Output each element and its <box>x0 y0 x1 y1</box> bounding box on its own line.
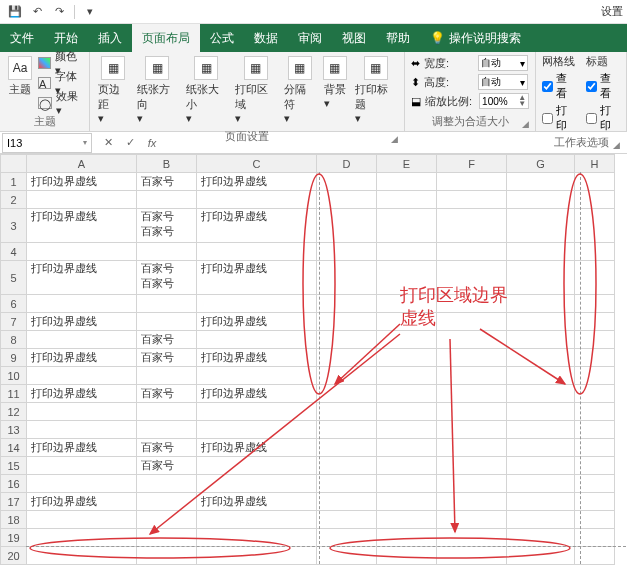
tell-me[interactable]: 💡 操作说明搜索 <box>420 24 531 52</box>
row-header[interactable]: 7 <box>1 313 27 331</box>
cell[interactable] <box>377 173 437 191</box>
cell[interactable]: 打印边界虚线 <box>197 313 317 331</box>
dialog-launcher-icon[interactable]: ◢ <box>613 140 620 150</box>
cell[interactable] <box>377 439 437 457</box>
cell[interactable] <box>317 547 377 565</box>
row-header[interactable]: 17 <box>1 493 27 511</box>
name-box[interactable]: I13▾ <box>2 133 92 153</box>
cell[interactable] <box>507 191 575 209</box>
tab-8[interactable]: 帮助 <box>376 24 420 52</box>
cell[interactable] <box>507 331 575 349</box>
cell[interactable]: 打印边界虚线 <box>197 349 317 367</box>
cell[interactable] <box>197 191 317 209</box>
cell[interactable] <box>377 493 437 511</box>
cell[interactable] <box>507 547 575 565</box>
cell[interactable]: 打印边界虚线 <box>27 261 137 295</box>
gridlines-print-checkbox[interactable]: 打印 <box>542 103 576 133</box>
cell[interactable]: 打印边界虚线 <box>197 261 317 295</box>
cell[interactable] <box>377 385 437 403</box>
cell[interactable] <box>137 493 197 511</box>
cell[interactable]: 打印边界虚线 <box>27 385 137 403</box>
cell[interactable] <box>317 529 377 547</box>
tab-4[interactable]: 公式 <box>200 24 244 52</box>
cell[interactable]: 打印边界虚线 <box>27 349 137 367</box>
cell[interactable] <box>27 475 137 493</box>
col-header[interactable]: F <box>437 155 507 173</box>
cell[interactable] <box>507 261 575 295</box>
width-field[interactable]: 自动▾ <box>478 55 528 71</box>
cell[interactable] <box>507 529 575 547</box>
cell[interactable] <box>377 209 437 243</box>
tab-6[interactable]: 审阅 <box>288 24 332 52</box>
printarea-button[interactable]: ▦打印区域▾ <box>233 54 278 127</box>
cell[interactable]: 百家号百家号 <box>137 261 197 295</box>
cell[interactable] <box>437 331 507 349</box>
row-header[interactable]: 15 <box>1 457 27 475</box>
effects-button[interactable]: ◯效果 ▾ <box>38 94 83 112</box>
row-header[interactable]: 12 <box>1 403 27 421</box>
cell[interactable] <box>27 191 137 209</box>
themes-button[interactable]: Aa 主题 <box>6 54 34 99</box>
cell[interactable] <box>437 457 507 475</box>
cell[interactable]: 百家号 <box>137 173 197 191</box>
undo-icon[interactable]: ↶ <box>28 3 46 21</box>
cell[interactable] <box>437 403 507 421</box>
cell[interactable]: 打印边界虚线 <box>27 209 137 243</box>
cell[interactable] <box>27 295 137 313</box>
row-header[interactable]: 20 <box>1 547 27 565</box>
row-header[interactable]: 18 <box>1 511 27 529</box>
cell[interactable]: 打印边界虚线 <box>197 173 317 191</box>
scale-field[interactable]: 100%▲▼ <box>479 93 529 109</box>
cell[interactable] <box>317 349 377 367</box>
cell[interactable] <box>197 421 317 439</box>
cell[interactable]: 打印边界虚线 <box>197 439 317 457</box>
cell[interactable] <box>377 243 437 261</box>
cell[interactable] <box>437 475 507 493</box>
cell[interactable] <box>507 385 575 403</box>
cell[interactable] <box>437 439 507 457</box>
cell[interactable] <box>317 421 377 439</box>
cell[interactable] <box>377 349 437 367</box>
cell[interactable] <box>197 331 317 349</box>
spreadsheet-grid[interactable]: ABCDEFGH1打印边界虚线百家号打印边界虚线23打印边界虚线百家号百家号打印… <box>0 154 627 565</box>
cell[interactable] <box>317 493 377 511</box>
cell[interactable] <box>377 475 437 493</box>
cell[interactable] <box>377 421 437 439</box>
row-header[interactable]: 14 <box>1 439 27 457</box>
save-icon[interactable]: 💾 <box>6 3 24 21</box>
cell[interactable]: 打印边界虚线 <box>27 173 137 191</box>
tab-1[interactable]: 开始 <box>44 24 88 52</box>
cell[interactable] <box>317 511 377 529</box>
cell[interactable] <box>507 173 575 191</box>
col-header[interactable]: H <box>575 155 615 173</box>
row-header[interactable]: 10 <box>1 367 27 385</box>
col-header[interactable]: C <box>197 155 317 173</box>
cell[interactable] <box>437 493 507 511</box>
cell[interactable] <box>137 529 197 547</box>
cell[interactable] <box>27 547 137 565</box>
cell[interactable]: 百家号百家号 <box>137 209 197 243</box>
select-all-corner[interactable] <box>1 155 27 173</box>
cell[interactable] <box>317 439 377 457</box>
cell[interactable] <box>317 173 377 191</box>
cell[interactable] <box>27 243 137 261</box>
cell[interactable] <box>377 457 437 475</box>
col-header[interactable]: A <box>27 155 137 173</box>
cell[interactable] <box>507 349 575 367</box>
cell[interactable] <box>27 421 137 439</box>
cell[interactable]: 百家号 <box>137 331 197 349</box>
redo-icon[interactable]: ↷ <box>50 3 68 21</box>
cell[interactable] <box>507 421 575 439</box>
cell[interactable] <box>377 191 437 209</box>
cell[interactable] <box>437 243 507 261</box>
cell[interactable] <box>197 457 317 475</box>
cell[interactable]: 百家号 <box>137 385 197 403</box>
cell[interactable] <box>317 367 377 385</box>
cell[interactable] <box>137 243 197 261</box>
cell[interactable] <box>317 243 377 261</box>
cell[interactable] <box>137 367 197 385</box>
cell[interactable] <box>197 529 317 547</box>
cell[interactable] <box>197 243 317 261</box>
cell[interactable]: 百家号 <box>137 457 197 475</box>
tab-5[interactable]: 数据 <box>244 24 288 52</box>
